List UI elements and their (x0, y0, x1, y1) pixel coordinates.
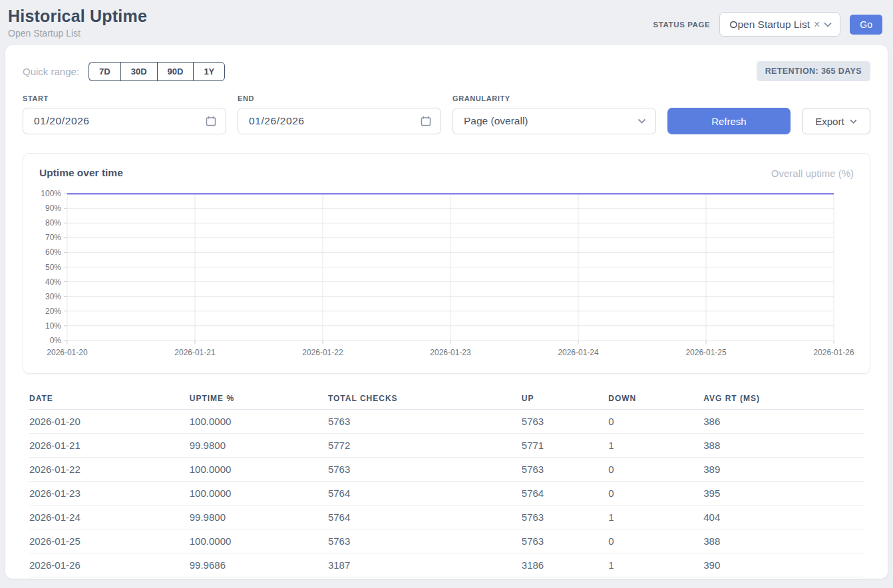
quick-range-row: Quick range: 7D 30D 90D 1Y RETENTION: 36… (23, 61, 870, 81)
table-cell: 99.9800 (190, 506, 328, 529)
svg-text:2026-01-24: 2026-01-24 (558, 348, 599, 357)
table-cell: 390 (703, 553, 864, 577)
fields-row: START 01/20/2026 END 01/26/2026 (23, 94, 870, 134)
start-date-input[interactable]: 01/20/2026 (23, 108, 226, 134)
table-cell: 0 (608, 458, 703, 482)
granularity-selected-value: Page (overall) (464, 115, 528, 127)
svg-text:0%: 0% (50, 336, 62, 345)
clear-selection-icon[interactable]: × (814, 19, 820, 30)
table-cell: 5763 (328, 458, 522, 482)
top-header: Historical Uptime Open Startup List STAT… (0, 0, 893, 43)
table-cell: 1 (608, 434, 703, 458)
quick-range-30d-button[interactable]: 30D (120, 62, 157, 81)
svg-text:2026-01-21: 2026-01-21 (174, 348, 216, 357)
table-cell: 100.0000 (190, 529, 328, 553)
table-cell: 0 (608, 410, 703, 434)
table-cell: 5764 (328, 506, 522, 529)
page-subtitle: Open Startup List (8, 28, 147, 39)
svg-text:50%: 50% (45, 263, 61, 272)
uptime-line-chart: 0%10%20%30%40%50%60%70%80%90%100%2026-01… (39, 188, 854, 364)
table-cell: 2026-01-20 (29, 410, 190, 434)
table-cell: 100.0000 (190, 410, 328, 434)
uptime-chart-card: Uptime over time Overall uptime (%) 0%10… (23, 153, 870, 374)
svg-text:80%: 80% (45, 218, 61, 227)
table-cell: 1 (608, 553, 703, 577)
quick-range-group: 7D 30D 90D 1Y (89, 62, 225, 81)
granularity-label: GRANULARITY (452, 94, 656, 102)
quick-range-7d-button[interactable]: 7D (89, 62, 120, 81)
table-cell: 5763 (328, 529, 522, 553)
svg-text:100%: 100% (41, 189, 61, 198)
export-button-label: Export (815, 116, 844, 127)
table-cell: 395 (703, 482, 864, 506)
quick-range-90d-button[interactable]: 90D (157, 62, 194, 81)
table-cell: 2026-01-23 (29, 482, 190, 506)
granularity-select[interactable]: Page (overall) (452, 108, 656, 134)
table-cell: 404 (703, 506, 864, 529)
table-cell: 2026-01-25 (29, 529, 190, 553)
table-cell: 5771 (522, 434, 608, 458)
svg-text:90%: 90% (45, 204, 61, 213)
table-cell: 5763 (522, 529, 608, 553)
table-cell: 99.9800 (190, 434, 328, 458)
table-row: 2026-01-20100.0000576357630386 (29, 410, 864, 434)
title-block: Historical Uptime Open Startup List (8, 7, 147, 39)
table-cell: 388 (703, 434, 864, 458)
export-button[interactable]: Export (802, 108, 870, 134)
header-right: STATUS PAGE Open Startup List × Go (653, 12, 882, 37)
table-cell: 5772 (328, 434, 522, 458)
table-row: 2026-01-25100.0000576357630388 (29, 529, 864, 553)
table-column-header: AVG RT (MS) (703, 390, 864, 410)
go-button[interactable]: Go (850, 15, 882, 35)
table-cell: 1 (608, 506, 703, 529)
svg-text:70%: 70% (45, 233, 61, 242)
svg-text:60%: 60% (45, 247, 61, 257)
table-cell: 99.9686 (190, 553, 328, 577)
start-date-value: 01/20/2026 (34, 115, 90, 127)
table-column-header: DOWN (608, 390, 703, 410)
status-page-label: STATUS PAGE (653, 21, 711, 29)
table-cell: 100.0000 (190, 482, 328, 506)
refresh-button[interactable]: Refresh (667, 108, 791, 134)
table-column-header: DATE (29, 390, 190, 410)
table-row: 2026-01-23100.0000576457640395 (29, 482, 864, 506)
chevron-down-icon (850, 119, 857, 124)
uptime-table: DATEUPTIME %TOTAL CHECKSUPDOWNAVG RT (MS… (29, 390, 864, 577)
end-date-value: 01/26/2026 (249, 115, 305, 127)
table-cell: 386 (703, 410, 864, 434)
calendar-icon[interactable] (421, 116, 431, 126)
table-cell: 2026-01-22 (29, 458, 190, 482)
end-date-label: END (238, 94, 441, 102)
table-cell: 2026-01-21 (29, 434, 190, 458)
table-row: 2026-01-2699.9686318731861390 (29, 553, 864, 577)
svg-text:2026-01-22: 2026-01-22 (302, 348, 343, 357)
table-cell: 100.0000 (190, 458, 328, 482)
status-page-select[interactable]: Open Startup List × (719, 12, 840, 37)
table-cell: 5764 (522, 482, 608, 506)
table-cell: 0 (608, 529, 703, 553)
table-row: 2026-01-2499.9800576457631404 (29, 506, 864, 529)
page-title: Historical Uptime (8, 7, 147, 26)
chevron-down-icon (824, 22, 832, 27)
table-cell: 5763 (522, 506, 608, 529)
svg-text:30%: 30% (45, 292, 61, 301)
uptime-table-body: 2026-01-20100.00005763576303862026-01-21… (29, 410, 864, 577)
table-column-header: UP (522, 390, 608, 410)
table-cell: 2026-01-26 (29, 553, 190, 577)
table-cell: 5763 (522, 410, 608, 434)
svg-text:2026-01-25: 2026-01-25 (685, 348, 727, 357)
uptime-table-wrap: DATEUPTIME %TOTAL CHECKSUPDOWNAVG RT (MS… (23, 390, 870, 577)
table-cell: 389 (703, 458, 864, 482)
table-cell: 3187 (328, 553, 522, 577)
calendar-icon[interactable] (206, 116, 216, 126)
chart-legend: Overall uptime (%) (771, 168, 854, 179)
svg-text:2026-01-20: 2026-01-20 (47, 348, 88, 357)
retention-badge: RETENTION: 365 DAYS (757, 61, 870, 81)
end-date-input[interactable]: 01/26/2026 (238, 108, 441, 134)
table-header-row: DATEUPTIME %TOTAL CHECKSUPDOWNAVG RT (MS… (29, 390, 864, 410)
quick-range-1y-button[interactable]: 1Y (193, 62, 225, 81)
table-column-header: UPTIME % (190, 390, 328, 410)
status-page-selected-value: Open Startup List (729, 19, 810, 31)
table-cell: 5763 (328, 410, 522, 434)
table-row: 2026-01-2199.9800577257711388 (29, 434, 864, 458)
